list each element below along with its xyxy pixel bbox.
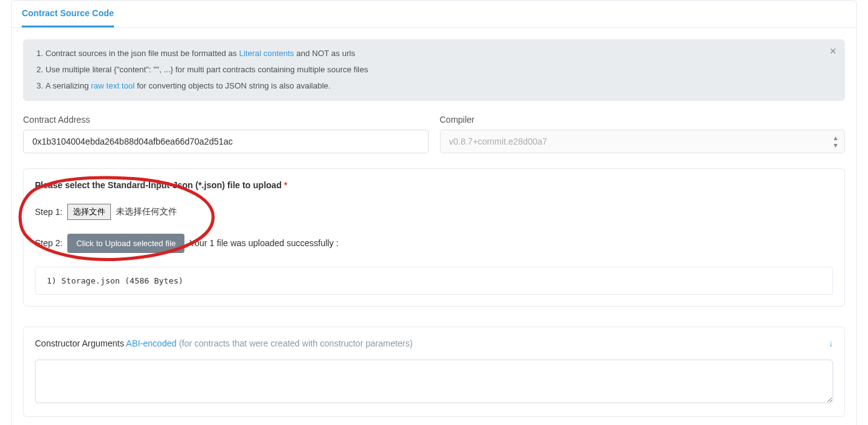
raw-text-tool-link[interactable]: raw text tool — [91, 81, 135, 90]
uploaded-file-list: 1) Storage.json (4586 Bytes) — [35, 267, 833, 295]
contract-address-label: Contract Address — [23, 115, 429, 125]
constructor-label-text: Constructor Arguments — [35, 338, 126, 348]
contract-address-input[interactable] — [23, 130, 429, 153]
info-text: Contract sources in the json file must b… — [45, 49, 239, 58]
step-2-row: Step 2: Click to Upload selected file Yo… — [35, 234, 833, 253]
info-box: × Contract sources in the json file must… — [23, 39, 845, 101]
constructor-hint: (for contracts that were created with co… — [176, 338, 413, 348]
main-card: Contract Source Code × Contract sources … — [11, 0, 857, 425]
constructor-card: Constructor Arguments ABI-encoded (for c… — [23, 327, 845, 417]
upload-title: Please select the Standard-Input-Json (*… — [35, 180, 833, 190]
info-text: for converting objects to JSON string is… — [135, 81, 330, 90]
constructor-header: Constructor Arguments ABI-encoded (for c… — [35, 338, 833, 348]
contract-address-col: Contract Address — [23, 115, 429, 153]
info-text: A serializing — [45, 81, 91, 90]
step-1-row: Step 1: 选择文件 未选择任何文件 — [35, 204, 833, 220]
abi-encoded-link[interactable]: ABI-encoded — [126, 338, 176, 348]
info-item-3: A serializing raw text tool for converti… — [45, 80, 834, 92]
tab-source-code[interactable]: Contract Source Code — [22, 1, 114, 27]
expand-arrow-icon[interactable]: ↓ — [829, 338, 833, 348]
choose-file-button[interactable]: 选择文件 — [67, 204, 111, 220]
content-area: × Contract sources in the json file must… — [12, 28, 856, 425]
upload-status-text: Your 1 file was uploaded successfully : — [189, 238, 338, 248]
compiler-col: Compiler v0.8.7+commit.e28d00a7 ▴▾ — [440, 115, 846, 153]
required-asterisk: * — [284, 180, 287, 190]
tab-header: Contract Source Code — [12, 1, 856, 28]
upload-button[interactable]: Click to Upload selected file — [67, 234, 184, 253]
compiler-select-wrapper: v0.8.7+commit.e28d00a7 ▴▾ — [440, 130, 846, 153]
close-icon[interactable]: × — [829, 45, 836, 57]
info-text: and NOT as urls — [294, 49, 355, 58]
step-1-label: Step 1: — [35, 207, 62, 217]
compiler-select[interactable]: v0.8.7+commit.e28d00a7 — [440, 130, 846, 153]
compiler-label: Compiler — [440, 115, 846, 125]
upload-card: Please select the Standard-Input-Json (*… — [23, 168, 845, 307]
constructor-textarea[interactable] — [35, 360, 833, 403]
literal-contents-link[interactable]: Literal contents — [239, 49, 294, 58]
constructor-title: Constructor Arguments ABI-encoded (for c… — [35, 338, 413, 348]
info-item-2: Use multiple literal {"content": "", ...… — [45, 64, 834, 75]
step-2-label: Step 2: — [35, 238, 62, 248]
form-row: Contract Address Compiler v0.8.7+commit.… — [23, 115, 845, 153]
info-item-1: Contract sources in the json file must b… — [45, 48, 834, 59]
upload-title-text: Please select the Standard-Input-Json (*… — [35, 180, 282, 190]
no-file-text: 未选择任何文件 — [116, 206, 177, 217]
